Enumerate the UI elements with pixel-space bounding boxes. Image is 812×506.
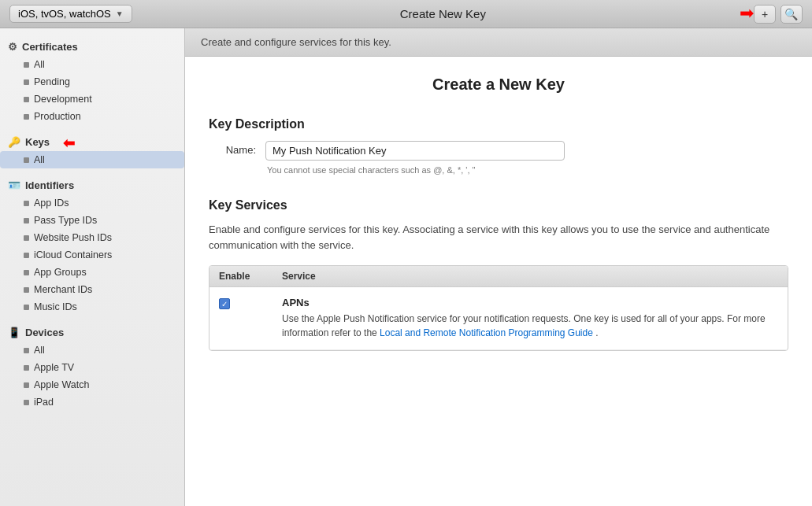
dot-icon [24, 114, 29, 120]
sidebar-section-certificates: ⚙ Certificates [0, 36, 184, 56]
dot-icon [24, 97, 29, 102]
dot-icon [24, 235, 29, 241]
top-bar-left: iOS, tvOS, watchOS ▼ [9, 5, 132, 23]
sidebar-item-label: iPad [34, 397, 54, 408]
key-description-section: Key Description Name: You cannot use spe… [209, 117, 788, 175]
name-label: Name: [209, 141, 256, 156]
sidebar-item-merchant-ids[interactable]: Merchant IDs [0, 281, 184, 298]
apns-enable-cell: ✓ [219, 297, 282, 309]
sidebar-item-label: Production [34, 111, 81, 122]
plus-icon: + [762, 8, 768, 20]
main-content-title: Create a New Key [209, 76, 788, 94]
dot-icon [24, 382, 29, 388]
sidebar-item-music-ids[interactable]: Music IDs [0, 298, 184, 316]
sidebar-item-label: Apple Watch [34, 379, 89, 390]
id-icon: 🪪 [8, 179, 20, 191]
services-table: Enable Service ➡ ✓ APNs Use the [209, 265, 788, 351]
sidebar-item-label: All [34, 345, 45, 356]
search-button[interactable]: 🔍 [780, 5, 803, 24]
sidebar-section-devices: 📱 Devices [0, 322, 184, 342]
key-services-title: Key Services [209, 198, 788, 212]
dot-icon [24, 400, 29, 405]
sidebar-certificates-label: Certificates [22, 41, 78, 53]
sidebar-item-devices-all[interactable]: All [0, 342, 184, 359]
sidebar-item-label: Development [34, 94, 92, 105]
sidebar-item-label: Website Push IDs [34, 232, 112, 243]
table-header-service: Service [282, 271, 778, 282]
sidebar-item-label: Pending [34, 76, 70, 87]
content-area: Create and configure services for this k… [185, 28, 812, 506]
sidebar-item-certs-pending[interactable]: Pending [0, 73, 184, 90]
apns-service-name: APNs [282, 297, 778, 308]
table-header: Enable Service [209, 266, 788, 287]
sidebar-item-label: Merchant IDs [34, 284, 92, 295]
sidebar-item-label: All [34, 154, 45, 165]
sidebar-item-label: Music IDs [34, 301, 77, 312]
dot-icon [24, 157, 29, 163]
dot-icon [24, 348, 29, 353]
dot-icon [24, 201, 29, 206]
sidebar-item-label: App Groups [34, 267, 87, 278]
sidebar-item-label: Pass Type IDs [34, 215, 97, 226]
add-button[interactable]: + [754, 5, 776, 24]
platform-label: iOS, tvOS, watchOS [18, 8, 111, 20]
sidebar-item-app-ids[interactable]: App IDs [0, 194, 184, 212]
sidebar-item-app-groups[interactable]: App Groups [0, 264, 184, 281]
key-icon: 🔑 [8, 136, 20, 148]
table-header-enable: Enable [219, 271, 282, 282]
main-layout: ⚙ Certificates All Pending Development P… [0, 28, 812, 506]
sidebar-item-label: App IDs [34, 198, 69, 209]
dot-icon [24, 253, 29, 258]
sidebar-item-label: Apple TV [34, 362, 74, 373]
dot-icon [24, 305, 29, 310]
sidebar-item-keys-all[interactable]: All [0, 151, 184, 168]
certificate-icon: ⚙ [8, 41, 17, 53]
sidebar-item-certs-production[interactable]: Production [0, 108, 184, 125]
dot-icon [24, 79, 29, 85]
sidebar-item-website-push-ids[interactable]: Website Push IDs [0, 229, 184, 246]
apns-service-link[interactable]: Local and Remote Notification Programmin… [380, 327, 593, 338]
key-description-title: Key Description [209, 117, 788, 131]
key-services-description: Enable and configure services for this k… [209, 222, 788, 253]
apns-checkbox[interactable]: ✓ [219, 298, 230, 309]
dot-icon [24, 270, 29, 275]
keys-arrow-annotation: ⬅ [63, 135, 75, 152]
dot-icon [24, 365, 29, 371]
top-bar: iOS, tvOS, watchOS ▼ Create New Key ➡ + … [0, 0, 812, 28]
dot-icon [24, 62, 29, 68]
sidebar-section-keys: 🔑 Keys ⬅ [0, 131, 184, 151]
sidebar: ⚙ Certificates All Pending Development P… [0, 28, 185, 506]
device-icon: 📱 [8, 327, 20, 338]
platform-dropdown[interactable]: iOS, tvOS, watchOS ▼ [9, 5, 132, 23]
sidebar-item-apple-tv[interactable]: Apple TV [0, 359, 184, 376]
dot-icon [24, 287, 29, 293]
page-title: Create New Key [400, 7, 486, 20]
dropdown-arrow-icon: ▼ [116, 9, 124, 18]
apns-service-cell: APNs Use the Apple Push Notification ser… [282, 297, 778, 340]
sidebar-item-pass-type-ids[interactable]: Pass Type IDs [0, 212, 184, 229]
content-banner: Create and configure services for this k… [185, 28, 812, 57]
sidebar-item-label: iCloud Containers [34, 249, 112, 260]
name-input[interactable] [265, 141, 565, 161]
sidebar-keys-label: Keys [25, 136, 50, 148]
sidebar-item-label: All [34, 59, 45, 70]
header-arrow-annotation: ➡ [740, 3, 754, 24]
sidebar-item-certs-all[interactable]: All [0, 56, 184, 73]
search-icon: 🔍 [784, 8, 798, 20]
name-hint: You cannot use special characters such a… [267, 165, 788, 175]
table-row: ➡ ✓ APNs Use the Apple Push Notification… [209, 287, 788, 350]
dot-icon [24, 218, 29, 223]
name-form-row: Name: [209, 141, 788, 161]
sidebar-item-ipad[interactable]: iPad [0, 393, 184, 411]
sidebar-section-identifiers: 🪪 Identifiers [0, 175, 184, 194]
key-services-section: Key Services Enable and configure servic… [209, 198, 788, 351]
sidebar-item-apple-watch[interactable]: Apple Watch [0, 376, 184, 393]
top-bar-actions: ➡ + 🔍 [754, 5, 803, 24]
sidebar-identifiers-label: Identifiers [25, 179, 74, 191]
content-body: Create a New Key Key Description Name: Y… [185, 57, 812, 370]
apns-service-description: Use the Apple Push Notification service … [282, 312, 778, 340]
banner-text: Create and configure services for this k… [201, 36, 391, 48]
sidebar-item-certs-development[interactable]: Development [0, 90, 184, 108]
sidebar-item-icloud-containers[interactable]: iCloud Containers [0, 246, 184, 264]
sidebar-devices-label: Devices [25, 327, 64, 338]
